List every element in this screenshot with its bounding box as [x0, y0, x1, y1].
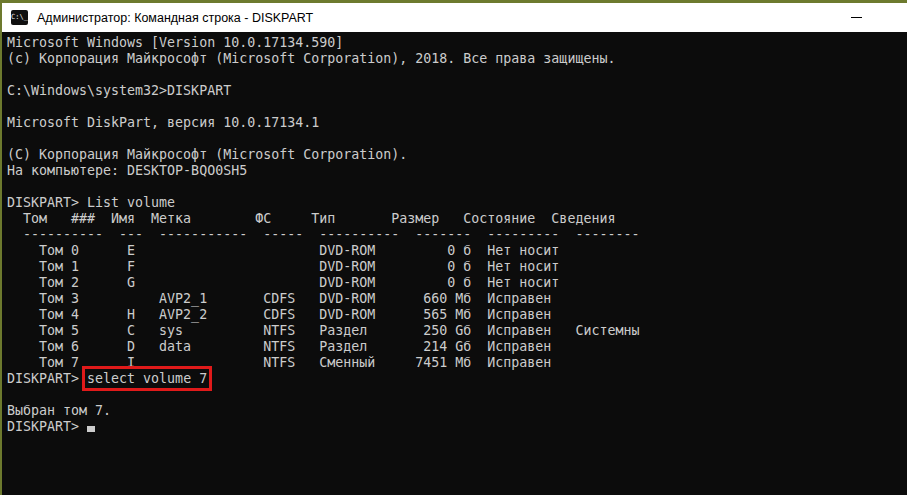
command-line: DISKPART> select volume 7 — [7, 371, 907, 387]
cmd-window: C:\_ Администратор: Командная строка - D… — [0, 0, 907, 495]
volume-table: Том ### Имя Метка ФС Тип Размер Состояни… — [7, 211, 907, 371]
console-output-top: Microsoft Windows [Version 10.0.17134.59… — [7, 35, 907, 211]
current-prompt-line[interactable]: DISKPART> — [7, 419, 907, 435]
window-title: Администратор: Командная строка - DISKPA… — [37, 11, 313, 25]
minimize-icon — [851, 17, 862, 18]
text-cursor — [87, 426, 95, 432]
console-area[interactable]: Microsoft Windows [Version 10.0.17134.59… — [2, 32, 907, 435]
diskpart-prompt: DISKPART> — [7, 371, 87, 386]
title-bar[interactable]: C:\_ Администратор: Командная строка - D… — [2, 3, 907, 32]
console-output-result: Выбран том 7. — [7, 387, 907, 419]
cmd-icon: C:\_ — [11, 10, 28, 25]
diskpart-prompt: DISKPART> — [7, 419, 87, 434]
minimize-button[interactable] — [833, 3, 879, 32]
highlighted-command-select-volume: select volume 7 — [87, 371, 207, 386]
